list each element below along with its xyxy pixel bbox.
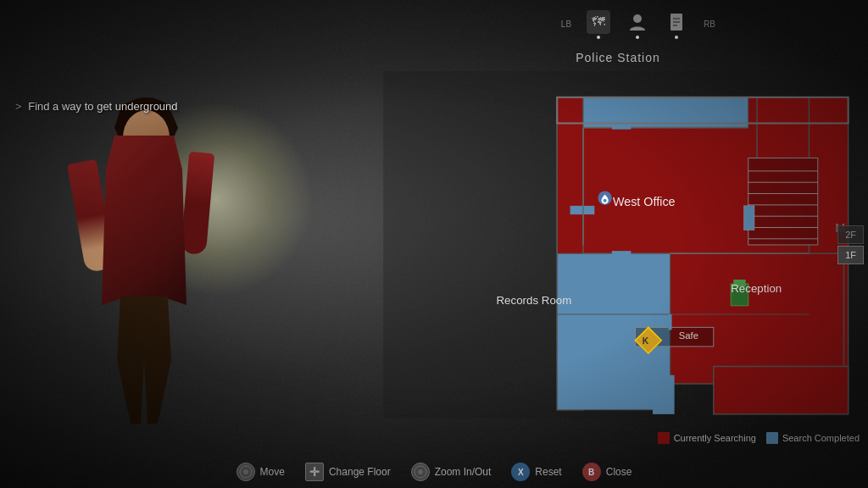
legend-box-searching [658,432,670,444]
hud-map-icon[interactable]: 🗺 [587,10,610,39]
hud-lb: LB [561,19,571,30]
control-move: Move [236,463,285,481]
objective-arrow: > [15,100,22,113]
legend: Currently Searching Search Completed [658,432,860,444]
map-svg: K West Office Records Room Safe Recep [376,71,860,419]
b-button[interactable]: B [582,463,601,481]
control-move-label: Move [260,466,285,478]
ls-button [236,463,255,481]
floor-indicator: 2F 1F [837,225,864,264]
bottom-controls: Move ✛ Change Floor Zoom In/Out X Reset … [0,463,868,481]
x-button[interactable]: X [511,463,530,481]
char-arm-right [181,152,214,255]
map-container: Police Station [376,51,860,424]
map-area: K West Office Records Room Safe Recep [376,71,860,419]
objective-text: > Find a way to get underground [15,100,178,113]
control-reset-label: Reset [535,466,561,478]
svg-rect-26 [653,375,675,414]
file-icon [665,10,688,34]
control-reset: X Reset [511,463,561,481]
svg-text:K: K [643,336,649,346]
objective-label: Find a way to get underground [28,100,177,113]
hud-top: LB 🗺 RB [561,10,715,39]
character-figure [68,110,220,432]
svg-rect-24 [744,206,754,230]
dpad-button: ✛ [305,463,324,481]
svg-point-48 [243,469,248,474]
legend-label-searching: Currently Searching [674,433,756,443]
hud-dot [597,36,600,39]
control-floor: ✛ Change Floor [305,463,391,481]
control-zoom-label: Zoom In/Out [435,466,492,478]
control-floor-label: Change Floor [329,466,391,478]
svg-rect-9 [670,253,844,384]
svg-rect-33 [612,251,632,254]
map-icon: 🗺 [587,10,610,34]
svg-rect-34 [668,314,671,330]
svg-rect-32 [612,126,632,130]
char-body [102,136,186,305]
char-legs [110,297,178,424]
hud-profile-icon[interactable] [626,10,649,39]
hud-dot-2 [636,36,639,39]
rs-button [411,463,430,481]
svg-text:Safe: Safe [679,330,698,341]
svg-rect-10 [714,367,849,414]
floor-2f[interactable]: 2F [837,225,864,244]
svg-point-0 [633,14,642,23]
svg-text:West Office: West Office [613,195,676,208]
floor-1f[interactable]: 1F [837,246,864,264]
character-area [0,0,373,488]
control-zoom: Zoom In/Out [411,463,492,481]
svg-rect-23 [609,97,632,104]
profile-icon [626,10,649,34]
svg-text:Records Room: Records Room [497,294,572,307]
svg-rect-25 [570,206,595,214]
control-close: B Close [582,463,632,481]
hud-file-icon[interactable] [665,10,688,39]
hud-dot-3 [675,36,678,39]
svg-point-50 [418,469,423,474]
legend-search-completed: Search Completed [766,432,860,444]
svg-text:Reception: Reception [731,282,782,295]
svg-point-41 [604,199,607,202]
legend-currently-searching: Currently Searching [658,432,756,444]
hud-rb: RB [704,19,715,30]
control-close-label: Close [606,466,632,478]
map-title: Police Station [376,51,860,64]
legend-box-completed [766,432,778,444]
legend-label-completed: Search Completed [782,433,860,443]
